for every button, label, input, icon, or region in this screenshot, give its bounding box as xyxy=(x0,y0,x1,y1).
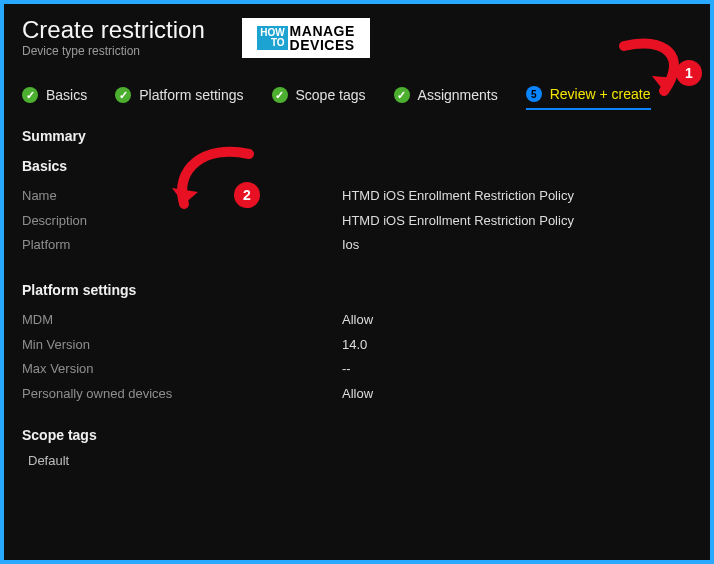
logo-line2: DEVICES xyxy=(290,38,355,52)
max-version-label: Max Version xyxy=(22,357,342,382)
platform-settings-heading: Platform settings xyxy=(22,282,692,298)
mdm-value: Allow xyxy=(342,308,373,333)
brand-logo: HOW TO MANAGE DEVICES xyxy=(242,18,370,58)
name-value: HTMD iOS Enrollment Restriction Policy xyxy=(342,184,574,209)
logo-line1: MANAGE xyxy=(290,24,355,38)
tab-review-create[interactable]: 5 Review + create xyxy=(526,86,651,110)
annotation-badge-2: 2 xyxy=(234,182,260,208)
description-value: HTMD iOS Enrollment Restriction Policy xyxy=(342,209,574,234)
tab-basics[interactable]: ✓ Basics xyxy=(22,87,87,103)
wizard-tabs: ✓ Basics ✓ Platform settings ✓ Scope tag… xyxy=(4,60,710,104)
check-icon: ✓ xyxy=(22,87,38,103)
mdm-label: MDM xyxy=(22,308,342,333)
row-mdm: MDM Allow xyxy=(22,308,692,333)
row-name: Name HTMD iOS Enrollment Restriction Pol… xyxy=(22,184,692,209)
row-personal-devices: Personally owned devices Allow xyxy=(22,382,692,407)
personal-devices-value: Allow xyxy=(342,382,373,407)
step-number-icon: 5 xyxy=(526,86,542,102)
platform-label: Platform xyxy=(22,233,342,258)
tab-scope-tags[interactable]: ✓ Scope tags xyxy=(272,87,366,103)
platform-value: Ios xyxy=(342,233,359,258)
tab-scope-tags-label: Scope tags xyxy=(296,87,366,103)
row-max-version: Max Version -- xyxy=(22,357,692,382)
min-version-label: Min Version xyxy=(22,333,342,358)
tab-review-create-label: Review + create xyxy=(550,86,651,102)
row-platform: Platform Ios xyxy=(22,233,692,258)
annotation-badge-1: 1 xyxy=(676,60,702,86)
min-version-value: 14.0 xyxy=(342,333,367,358)
basics-heading: Basics xyxy=(22,158,692,174)
personal-devices-label: Personally owned devices xyxy=(22,382,342,407)
tab-basics-label: Basics xyxy=(46,87,87,103)
summary-heading: Summary xyxy=(22,128,692,144)
check-icon: ✓ xyxy=(272,87,288,103)
tab-platform-settings[interactable]: ✓ Platform settings xyxy=(115,87,243,103)
tab-assignments-label: Assignments xyxy=(418,87,498,103)
logo-to: TO xyxy=(271,38,285,48)
row-min-version: Min Version 14.0 xyxy=(22,333,692,358)
check-icon: ✓ xyxy=(115,87,131,103)
max-version-value: -- xyxy=(342,357,351,382)
scope-tags-heading: Scope tags xyxy=(22,427,692,443)
scope-tag-default: Default xyxy=(28,453,692,468)
tab-platform-settings-label: Platform settings xyxy=(139,87,243,103)
description-label: Description xyxy=(22,209,342,234)
tab-assignments[interactable]: ✓ Assignments xyxy=(394,87,498,103)
check-icon: ✓ xyxy=(394,87,410,103)
row-description: Description HTMD iOS Enrollment Restrict… xyxy=(22,209,692,234)
name-label: Name xyxy=(22,184,342,209)
